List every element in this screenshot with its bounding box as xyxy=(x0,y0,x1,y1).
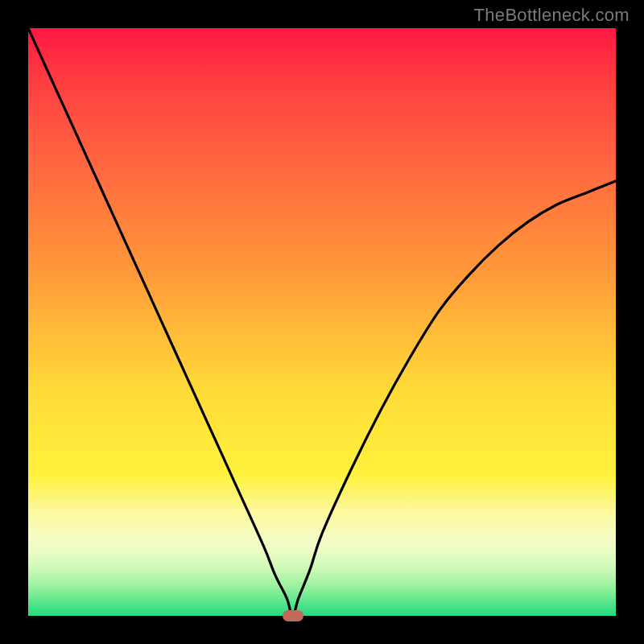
plot-area xyxy=(28,28,616,616)
bottleneck-curve xyxy=(28,28,616,616)
watermark-text: TheBottleneck.com xyxy=(474,5,630,26)
optimal-point-marker xyxy=(283,610,303,621)
chart-frame: TheBottleneck.com xyxy=(0,0,644,644)
